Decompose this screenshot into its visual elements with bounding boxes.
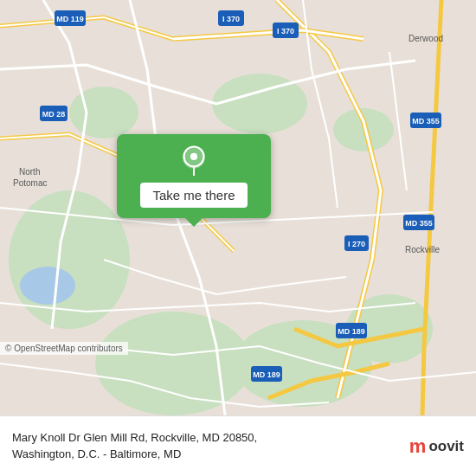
bottom-bar: Mary Knoll Dr Glen Mill Rd, Rockville, M… (0, 415, 476, 476)
svg-text:Potomac: Potomac (13, 178, 47, 188)
svg-text:MD 119: MD 119 (56, 15, 84, 23)
svg-text:I 370: I 370 (277, 27, 294, 35)
address-text: Mary Knoll Dr Glen Mill Rd, Rockville, M… (12, 430, 409, 461)
copyright-text: © OpenStreetMap contributors (5, 344, 123, 353)
moovit-m-letter: m (409, 435, 427, 458)
copyright-bar: © OpenStreetMap contributors (0, 342, 128, 355)
map-container: MD 119 MD 28 MD 28 I 370 I 370 MD 355 MD… (0, 0, 476, 415)
svg-point-2 (95, 312, 251, 415)
svg-point-5 (69, 87, 138, 138)
svg-text:MD 189: MD 189 (253, 370, 280, 379)
svg-text:North: North (19, 167, 40, 177)
moovit-logo: moovit (409, 435, 464, 458)
svg-text:Derwood: Derwood (408, 34, 443, 43)
popup-card: Take me there (117, 134, 271, 218)
svg-text:MD 355: MD 355 (405, 219, 433, 228)
svg-text:MD 189: MD 189 (338, 327, 365, 336)
location-pin-icon (178, 145, 209, 176)
svg-text:Rockville: Rockville (405, 245, 440, 254)
svg-text:MD 355: MD 355 (412, 117, 440, 125)
svg-text:MD 28: MD 28 (42, 110, 66, 119)
svg-text:I 370: I 370 (222, 15, 240, 23)
moovit-rest-text: oovit (428, 438, 464, 455)
svg-text:I 270: I 270 (348, 240, 365, 248)
take-me-there-button[interactable]: Take me there (140, 183, 247, 208)
svg-point-8 (20, 267, 75, 305)
svg-point-35 (190, 153, 197, 160)
